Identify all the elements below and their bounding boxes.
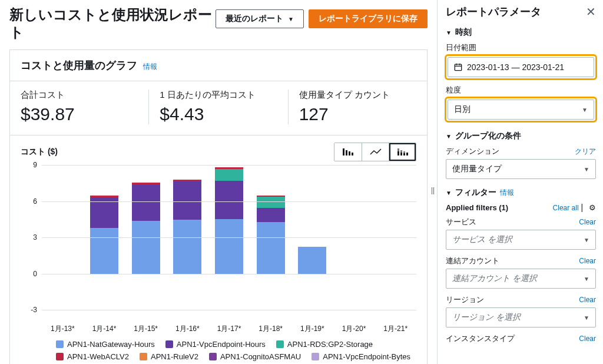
group-section-toggle[interactable]: ▼ グループ化の条件 xyxy=(446,131,596,141)
filter-section-toggle[interactable]: ▼ フィルター 情報 xyxy=(446,187,596,198)
stacked-bar-chart-icon xyxy=(397,148,408,155)
legend-label: APN1-CognitoASFMAU xyxy=(220,352,301,361)
line-chart-icon xyxy=(370,148,382,156)
region-select[interactable]: リージョン を選択 ▼ xyxy=(446,307,596,327)
save-to-library-button[interactable]: レポートライブラリに保存 xyxy=(309,9,428,28)
annotation-arrow xyxy=(437,105,438,118)
x-tick: 1月-20* xyxy=(333,324,375,334)
region-placeholder: リージョン を選択 xyxy=(452,312,521,323)
summary-avg-cost-label: 1 日あたりの平均コスト xyxy=(160,90,277,101)
legend-item[interactable]: APN1-NatGateway-Hours xyxy=(56,340,155,349)
instance-type-clear[interactable]: Clear xyxy=(579,335,596,343)
region-clear[interactable]: Clear xyxy=(579,296,596,304)
time-section-toggle[interactable]: ▼ 時刻 xyxy=(446,27,596,38)
legend-item[interactable]: APN1-VpcEndpoint-Hours xyxy=(165,340,266,349)
chart-y-label: コスト ($) xyxy=(21,147,58,157)
service-select[interactable]: サービス を選択 ▼ xyxy=(446,230,596,250)
dimension-value: 使用量タイプ xyxy=(452,164,502,174)
parameters-sidebar: レポートパラメータ ✕ ▼ 時刻 日付範囲 2023-01-13 — 2023-… xyxy=(437,0,603,364)
chart-legend: APN1-NatGateway-HoursAPN1-VpcEndpoint-Ho… xyxy=(21,334,416,364)
info-link[interactable]: 情報 xyxy=(143,62,157,72)
legend-label: APN1-VpcEndpoint-Hours xyxy=(177,340,266,349)
chevron-down-icon: ▼ xyxy=(584,166,589,173)
chevron-down-icon: ▼ xyxy=(584,276,589,282)
linked-account-clear[interactable]: Clear xyxy=(579,257,596,265)
filter-section-label: フィルター xyxy=(455,187,496,198)
instance-type-label: インスタンスタイプ xyxy=(446,333,515,344)
applied-filters-label: Applied filters (1) xyxy=(446,203,508,212)
summary-usage-type-count-value: 127 xyxy=(299,104,416,124)
bar-stack[interactable] xyxy=(298,247,326,273)
service-placeholder: サービス を選択 xyxy=(452,234,512,245)
chart-type-line-button[interactable] xyxy=(362,143,389,161)
legend-item[interactable]: APN1-RDS:GP2-Storage xyxy=(276,340,373,349)
page-title: 新しいコストと使用状況レポート xyxy=(9,6,216,41)
gear-icon[interactable]: ⚙ xyxy=(589,203,596,212)
calendar-icon xyxy=(454,63,462,71)
date-range-input[interactable]: 2023-01-13 — 2023-01-21 xyxy=(448,57,594,77)
y-tick: 3 xyxy=(33,233,37,241)
legend-label: APN1-RDS:GP2-Storage xyxy=(287,340,373,349)
sidebar-title: レポートパラメータ xyxy=(446,5,541,19)
summary-total-cost-label: 合計コスト xyxy=(21,90,138,101)
service-clear[interactable]: Clear xyxy=(579,218,596,226)
bar-stack[interactable] xyxy=(132,183,160,274)
y-tick: 9 xyxy=(33,161,37,169)
linked-account-placeholder: 連結アカウント を選択 xyxy=(452,273,537,284)
dimension-label: ディメンション xyxy=(446,146,499,157)
filter-info-link[interactable]: 情報 xyxy=(500,188,514,198)
region-label: リージョン xyxy=(446,294,484,305)
caret-down-icon: ▼ xyxy=(446,133,452,140)
cost-usage-card: コストと使用量のグラフ 情報 合計コスト $39.87 1 日あたりの平均コスト… xyxy=(9,49,428,364)
chart-type-stacked-button[interactable] xyxy=(389,143,416,161)
filter-section: ▼ フィルター 情報 Applied filters (1) Clear all… xyxy=(446,187,596,344)
summary-usage-type-count-label: 使用量タイプ カウント xyxy=(299,90,416,101)
close-icon[interactable]: ✕ xyxy=(586,5,596,19)
dimension-select[interactable]: 使用量タイプ ▼ xyxy=(446,159,596,179)
caret-down-icon: ▼ xyxy=(446,190,452,196)
summary-avg-cost: 1 日あたりの平均コスト $4.43 xyxy=(148,90,287,124)
legend-item[interactable]: APN1-CognitoASFMAU xyxy=(209,352,301,361)
legend-item[interactable]: APN1-VpcEndpoint-Bytes xyxy=(312,352,410,361)
chevron-down-icon: ▼ xyxy=(584,315,589,321)
date-range-highlight: 2023-01-13 — 2023-01-21 xyxy=(445,54,597,80)
chevron-down-icon: ▼ xyxy=(582,107,588,113)
bar-stack[interactable] xyxy=(173,180,201,274)
clear-all-filters[interactable]: Clear all xyxy=(553,204,579,212)
dimension-clear[interactable]: クリア xyxy=(575,147,596,157)
caret-down-icon: ▼ xyxy=(446,29,452,36)
linked-account-label: 連結アカウント xyxy=(446,256,499,266)
recent-reports-button[interactable]: 最近のレポート ▼ xyxy=(216,9,304,28)
bar-stack[interactable] xyxy=(90,196,118,273)
chevron-down-icon: ▼ xyxy=(288,16,294,22)
x-tick: 1月-13* xyxy=(42,324,84,334)
date-range-value: 2023-01-13 — 2023-01-21 xyxy=(467,62,564,72)
y-tick: 0 xyxy=(33,270,37,278)
legend-swatch xyxy=(209,353,217,360)
x-tick: 1月-19* xyxy=(291,324,333,334)
x-tick: 1月-21* xyxy=(375,324,416,334)
legend-swatch xyxy=(165,340,173,348)
legend-label: APN1-RuleV2 xyxy=(151,352,198,361)
x-tick: 1月-15* xyxy=(125,324,167,334)
legend-item[interactable]: APN1-WebACLV2 xyxy=(56,352,129,361)
x-tick: 1月-14* xyxy=(84,324,125,334)
bar-stack[interactable] xyxy=(257,196,285,273)
legend-item[interactable]: APN1-RuleV2 xyxy=(140,352,198,361)
summary-row: 合計コスト $39.87 1 日あたりの平均コスト $4.43 使用量タイプ カ… xyxy=(10,81,427,135)
y-tick: 6 xyxy=(33,197,37,206)
granularity-select[interactable]: 日別 ▼ xyxy=(448,100,594,120)
summary-total-cost-value: $39.87 xyxy=(21,104,138,124)
legend-swatch xyxy=(56,353,64,360)
x-tick: 1月-17* xyxy=(208,324,250,334)
summary-usage-type-count: 使用量タイプ カウント 127 xyxy=(288,90,427,124)
legend-label: APN1-NatGateway-Hours xyxy=(67,340,155,349)
x-tick: 1月-16* xyxy=(167,324,208,334)
bar-stack[interactable] xyxy=(215,167,243,273)
linked-account-select[interactable]: 連結アカウント を選択 ▼ xyxy=(446,269,596,289)
panel-drag-handle[interactable]: || xyxy=(431,186,435,194)
granularity-label: 粒度 xyxy=(446,85,596,95)
header-actions: 最近のレポート ▼ レポートライブラリに保存 xyxy=(216,9,428,28)
chart-type-bar-button[interactable] xyxy=(334,143,362,161)
card-title: コストと使用量のグラフ xyxy=(21,58,137,72)
